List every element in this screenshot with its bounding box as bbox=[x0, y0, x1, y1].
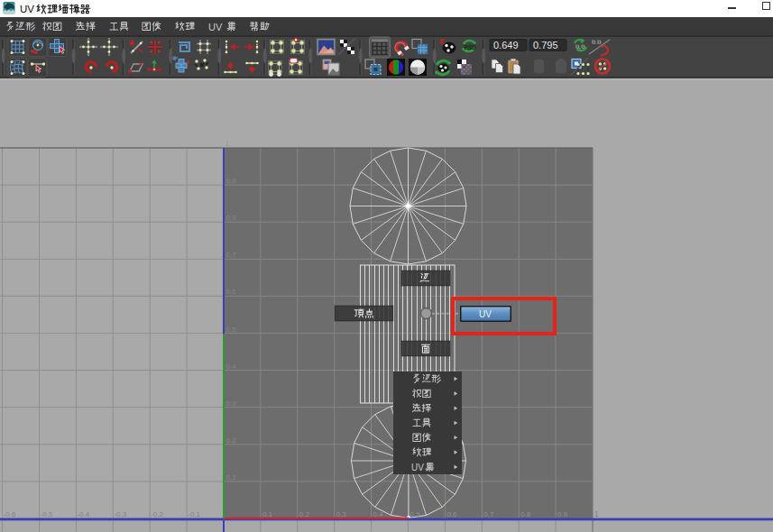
svg-text:PSD: PSD bbox=[465, 44, 477, 50]
svg-text:0.6: 0.6 bbox=[446, 510, 457, 518]
svg-text:0.649: 0.649 bbox=[493, 40, 519, 50]
svg-text:1: 1 bbox=[225, 139, 230, 148]
svg-text:0.0: 0.0 bbox=[575, 42, 584, 50]
svg-text:0.3: 0.3 bbox=[336, 510, 347, 518]
svg-text:UV: UV bbox=[411, 463, 424, 472]
svg-text:0.4: 0.4 bbox=[373, 510, 384, 518]
svg-text:0.7: 0.7 bbox=[483, 510, 494, 518]
svg-text:0.6: 0.6 bbox=[226, 288, 237, 296]
svg-text:UV: UV bbox=[20, 4, 34, 14]
svg-text:0.7: 0.7 bbox=[226, 251, 237, 259]
svg-text:-0.1: -0.1 bbox=[188, 510, 200, 518]
svg-text:0.1: 0.1 bbox=[226, 473, 237, 482]
svg-text:UV: UV bbox=[208, 22, 223, 32]
svg-text:0.8: 0.8 bbox=[520, 510, 531, 518]
svg-text:-0.4: -0.4 bbox=[77, 510, 89, 518]
svg-text:0.8: 0.8 bbox=[226, 214, 237, 222]
svg-text:-0.3: -0.3 bbox=[114, 510, 126, 518]
svg-text:0.9: 0.9 bbox=[557, 510, 568, 518]
svg-text:0.3: 0.3 bbox=[226, 399, 237, 408]
svg-text:-0.6: -0.6 bbox=[4, 510, 16, 518]
svg-text:0.795: 0.795 bbox=[533, 40, 558, 50]
svg-text:0.2: 0.2 bbox=[226, 436, 237, 445]
svg-text:UV: UV bbox=[479, 309, 492, 319]
svg-text:0.4: 0.4 bbox=[226, 362, 237, 371]
svg-text:1: 1 bbox=[594, 509, 599, 518]
svg-text:0.5: 0.5 bbox=[410, 510, 421, 518]
svg-text:-0.5: -0.5 bbox=[41, 510, 53, 518]
svg-text:0.2: 0.2 bbox=[299, 510, 310, 518]
svg-text:0.1: 0.1 bbox=[262, 510, 273, 518]
svg-text:-0.2: -0.2 bbox=[151, 510, 163, 518]
svg-text:0.0: 0.0 bbox=[592, 38, 601, 46]
svg-text:0.9: 0.9 bbox=[226, 177, 237, 185]
svg-text:0.5: 0.5 bbox=[226, 326, 237, 334]
